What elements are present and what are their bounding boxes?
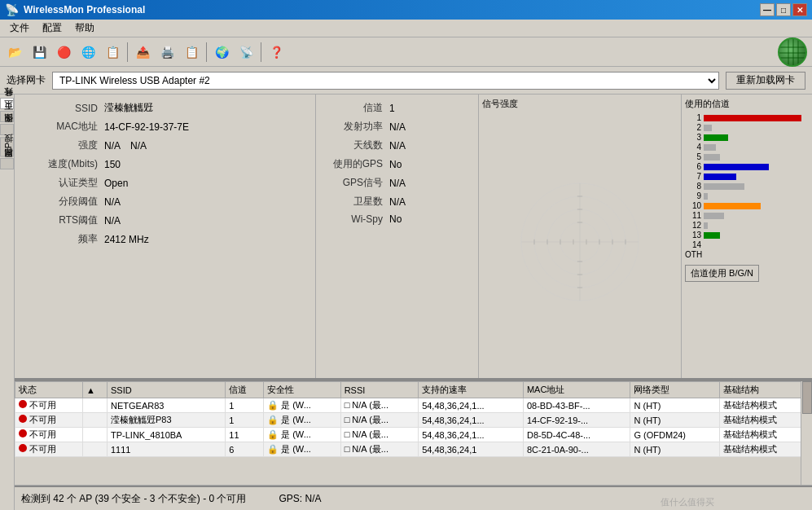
toolbar-print[interactable]: 🖨️ — [156, 41, 178, 64]
header-mac: MAC地址 — [523, 382, 630, 398]
channel-bar-row: 8 — [685, 182, 809, 191]
cell-nettype: N (HT) — [630, 413, 719, 428]
channel-num: 1 — [685, 113, 701, 122]
menu-config[interactable]: 配置 — [36, 20, 68, 37]
adapter-select[interactable]: TP-LINK Wireless USB Adapter #2 — [52, 72, 719, 90]
wispy-row: Wi-Spy No — [326, 213, 468, 225]
auth-label: 认证类型 — [24, 176, 98, 190]
sidebar-tabs: 账号 主页 图像 搜IP 网界 — [0, 95, 15, 510]
channel-bar-row: 4 — [685, 143, 809, 152]
channel-mode-button[interactable]: 信道使用 B/G/N — [685, 265, 759, 282]
table-row[interactable]: 不可用 1111 6 🔒 是 (W... □ N/A (最... 54,48,3… — [15, 442, 812, 457]
frag-row: 分段阈值 N/A — [24, 195, 305, 209]
cell-infra: 基础结构模式 — [719, 428, 811, 442]
status-dot-red — [19, 429, 27, 437]
cell-rssi: □ N/A (最... — [340, 398, 418, 413]
channel-bar — [704, 134, 728, 141]
toolbar-export[interactable]: 📤 — [131, 41, 154, 64]
cell-rssi: □ N/A (最... — [340, 428, 418, 442]
header-arrow[interactable]: ▲ — [83, 382, 108, 398]
sidebar-tab-chart[interactable]: 图像 — [0, 124, 14, 135]
scroll-thumb[interactable] — [802, 381, 812, 414]
table-header: 状态 ▲ SSID 信道 安全性 RSSI 支持的速率 MAC地址 网络类型 基… — [15, 382, 812, 398]
signal-chart-title: 信号强度 — [482, 98, 678, 110]
channel-row: 信道 1 — [326, 101, 468, 115]
channel-num: 5 — [685, 152, 701, 161]
channel-num: 7 — [685, 172, 701, 181]
cell-security: 🔒 是 (W... — [264, 413, 341, 428]
toolbar-separator — [127, 42, 128, 62]
cell-speed: 54,48,36,24,1... — [419, 428, 524, 442]
cell-channel: 11 — [226, 428, 264, 442]
close-button[interactable]: ✕ — [792, 3, 807, 16]
channel-bar — [704, 174, 736, 180]
antenna-row: 天线数 N/A — [326, 138, 468, 152]
wispy-value: No — [389, 213, 402, 225]
antenna-label: 天线数 — [326, 138, 383, 152]
menu-file[interactable]: 文件 — [3, 20, 36, 37]
channel-bar-row: 7 — [685, 172, 809, 181]
antenna-value: N/A — [389, 140, 406, 152]
channel-usage-title: 使用的信道 — [685, 98, 809, 110]
toolbar-stop[interactable]: 🔴 — [52, 41, 75, 64]
toolbar-signal[interactable]: 📡 — [235, 41, 257, 64]
cell-speed: 54,48,36,24,1... — [419, 398, 524, 413]
mac-label: MAC地址 — [24, 120, 98, 134]
channel-bar — [704, 183, 744, 190]
table-row[interactable]: 不可用 TP-LINK_4810BA 11 🔒 是 (W... □ N/A (最… — [15, 428, 812, 442]
content-area: SSID 滢榛觥觿觃 MAC地址 14-CF-92-19-37-7E 强度 N/… — [15, 95, 812, 510]
cell-arrow — [83, 413, 108, 428]
chart-area — [482, 112, 678, 372]
channel-num: 10 — [685, 201, 701, 210]
frag-label: 分段阈值 — [24, 195, 98, 209]
menu-help[interactable]: 帮助 — [68, 20, 101, 37]
toolbar-copy[interactable]: 📋 — [180, 41, 203, 64]
cell-rssi: □ N/A (最... — [340, 413, 418, 428]
sidebar-tab-home[interactable]: 主页 — [0, 111, 14, 122]
cell-status: 不可用 — [15, 428, 83, 442]
reload-button[interactable]: 重新加载网卡 — [726, 72, 805, 90]
app-title: WirelessMon Professional — [24, 4, 145, 15]
sidebar-tab-net[interactable]: 网界 — [0, 158, 14, 169]
cell-mac: 14-CF-92-19-... — [523, 413, 630, 428]
header-security: 安全性 — [264, 382, 341, 398]
cell-arrow — [83, 442, 108, 457]
channel-num: 3 — [685, 133, 701, 142]
table-row[interactable]: 不可用 NETGEAR83 1 🔒 是 (W... □ N/A (最... 54… — [15, 398, 812, 413]
maximize-button[interactable]: □ — [776, 3, 791, 16]
menu-bar: 文件 配置 帮助 — [0, 20, 812, 37]
toolbar-open[interactable]: 📂 — [3, 41, 26, 64]
channel-bar-row: 3 — [685, 133, 809, 142]
channel-bar — [704, 213, 724, 219]
channel-usage-panel: 使用的信道 1 2 3 4 5 6 7 8 9 10 11 12 13 14 O… — [682, 95, 812, 378]
table-row[interactable]: 不可用 滢榛觥觿觃P83 1 🔒 是 (W... □ N/A (最... 54,… — [15, 413, 812, 428]
cell-nettype: G (OFDM24) — [630, 428, 719, 442]
channel-bar — [704, 144, 716, 151]
cell-security: 🔒 是 (W... — [264, 442, 341, 457]
scroll-track[interactable] — [801, 381, 812, 485]
strength-label: 强度 — [24, 138, 98, 152]
speed-label: 速度(Mbits) — [24, 157, 98, 171]
freq-label: 频率 — [24, 232, 98, 246]
sidebar-tab-account[interactable]: 账号 — [0, 98, 14, 109]
channel-bar — [704, 203, 761, 209]
toolbar-net[interactable]: 🌐 — [77, 41, 99, 64]
gps-signal-label: GPS信号 — [326, 176, 383, 190]
radar-svg — [482, 112, 678, 372]
info-panels: SSID 滢榛觥觿觃 MAC地址 14-CF-92-19-37-7E 强度 N/… — [15, 95, 812, 380]
sidebar-tab-ip[interactable]: 搜IP — [0, 137, 14, 156]
channel-bar-row: 5 — [685, 152, 809, 161]
ap-table: 状态 ▲ SSID 信道 安全性 RSSI 支持的速率 MAC地址 网络类型 基… — [15, 381, 812, 457]
toolbar-settings[interactable]: 📋 — [101, 41, 124, 64]
channel-num: 8 — [685, 182, 701, 191]
minimize-button[interactable]: — — [760, 3, 775, 16]
header-row: 状态 ▲ SSID 信道 安全性 RSSI 支持的速率 MAC地址 网络类型 基… — [15, 382, 812, 398]
toolbar-help[interactable]: ❓ — [265, 41, 287, 64]
channel-bar-row: OTH — [685, 250, 809, 259]
toolbar-separator3 — [261, 42, 261, 62]
channel-num: 14 — [685, 240, 701, 249]
channel-bar — [704, 164, 769, 170]
toolbar-save[interactable]: 💾 — [28, 41, 50, 64]
toolbar-globe[interactable]: 🌍 — [210, 41, 233, 64]
channel-bar-row: 2 — [685, 123, 809, 132]
